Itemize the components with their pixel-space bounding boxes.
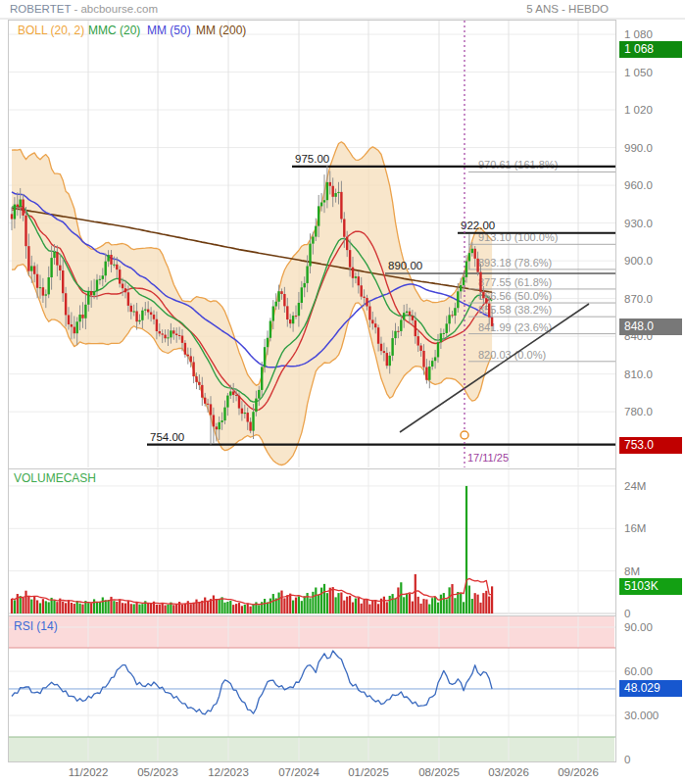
- candle-body: [358, 276, 360, 285]
- chart-canvas[interactable]: 970.61 (161.8%)913.10 (100.0%)893.18 (78…: [0, 0, 685, 784]
- candle-body: [30, 266, 32, 270]
- volume-bar: [425, 600, 427, 613]
- volume-bar: [150, 604, 152, 613]
- volume-bar: [406, 594, 408, 613]
- volume-bar: [113, 601, 115, 613]
- volume-bar: [389, 596, 391, 613]
- volume-bar: [449, 587, 451, 613]
- volume-bar: [454, 598, 456, 613]
- volume-bar: [130, 604, 132, 613]
- volume-bar: [309, 598, 311, 613]
- volume-bar: [272, 594, 274, 613]
- candle-body: [181, 336, 183, 343]
- candle-body: [298, 303, 300, 316]
- candle-body: [135, 312, 137, 322]
- timeframe-label: 5 ANS - HEBDO: [526, 3, 609, 15]
- volume-bar: [216, 600, 218, 613]
- candle-body: [460, 285, 462, 291]
- candle-body: [78, 315, 80, 321]
- volume-bar: [252, 605, 254, 613]
- candle-body: [116, 265, 118, 270]
- volume-bar: [193, 603, 195, 613]
- volume-bar: [247, 604, 249, 613]
- candle-body: [93, 291, 95, 295]
- volume-bar: [62, 602, 64, 613]
- volume-bar: [304, 596, 306, 613]
- volume-bar: [409, 594, 411, 613]
- dividend-marker-icon: [461, 431, 468, 439]
- volume-bar: [250, 607, 252, 613]
- candle-body: [476, 259, 478, 272]
- candle-body: [412, 316, 414, 320]
- candle-body: [167, 337, 169, 338]
- last-volume-badge: 5103K: [619, 578, 682, 595]
- candle-body: [491, 318, 493, 326]
- volume-bar: [204, 598, 206, 613]
- date-axis-label: 07/2024: [278, 766, 319, 778]
- candle-body: [229, 391, 231, 395]
- rsi-overbought-zone: [9, 615, 614, 648]
- volume-bar: [24, 591, 26, 613]
- candle-body: [440, 333, 442, 342]
- source-site: - abcbourse.com: [73, 3, 158, 15]
- candle-body: [198, 382, 200, 385]
- candle-body: [391, 338, 393, 356]
- volume-bar: [278, 593, 280, 613]
- rsi-axis-label: 60.00: [624, 665, 653, 677]
- volume-bar: [23, 598, 24, 613]
- candle-body: [62, 270, 64, 293]
- candle-body: [241, 409, 243, 414]
- volume-bar: [167, 605, 169, 613]
- candle-body: [454, 308, 456, 316]
- rsi-axis-label: 90.00: [624, 621, 653, 633]
- candle-body: [53, 252, 55, 258]
- volume-axis-label: 0: [624, 608, 630, 619]
- candle-body: [397, 331, 399, 332]
- volume-bar: [184, 604, 186, 613]
- candle-body: [90, 291, 92, 295]
- rsi-panel-title: RSI (14): [14, 619, 58, 633]
- candle-body: [428, 367, 430, 380]
- volume-bar: [39, 603, 41, 613]
- instrument-header: ROBERTET - abcbourse.com: [10, 3, 158, 15]
- volume-bar: [264, 599, 266, 613]
- volume-bar: [181, 605, 183, 613]
- candle-body: [301, 287, 303, 303]
- candle-body: [422, 351, 424, 368]
- volume-bar: [108, 600, 110, 613]
- candle-body: [306, 267, 308, 283]
- candle-body: [22, 199, 24, 215]
- candle-body: [309, 244, 311, 267]
- volume-bar: [33, 596, 35, 613]
- candle-body: [33, 266, 35, 273]
- volume-bar: [56, 602, 58, 613]
- candle-body: [463, 277, 465, 285]
- candle-body: [295, 316, 297, 317]
- volume-bar: [323, 584, 325, 613]
- volume-bar: [392, 594, 394, 613]
- period-low-badge: 753.0: [619, 437, 682, 454]
- volume-bar: [463, 602, 465, 613]
- price-axis-label: 930.0: [624, 218, 653, 229]
- candle-body: [292, 316, 294, 323]
- candle-body: [11, 214, 13, 219]
- indicator-mmc-label: MMC (20): [88, 24, 140, 37]
- candle-body: [24, 216, 26, 246]
- candle-body: [27, 246, 29, 270]
- volume-bar: [73, 604, 75, 613]
- candle-body: [204, 398, 206, 404]
- volume-bar: [366, 599, 367, 613]
- candle-body: [96, 280, 98, 292]
- volume-bar: [329, 588, 331, 613]
- candle-body: [329, 182, 331, 186]
- candle-body: [386, 353, 388, 366]
- candle-body: [280, 291, 282, 294]
- candle-body: [431, 361, 433, 367]
- candle-body: [352, 268, 354, 278]
- candle-body: [446, 323, 448, 333]
- volume-bar: [315, 587, 317, 613]
- candle-body: [247, 413, 249, 421]
- candle-body: [244, 413, 246, 414]
- volume-bar: [269, 599, 271, 613]
- volume-bar: [162, 603, 164, 613]
